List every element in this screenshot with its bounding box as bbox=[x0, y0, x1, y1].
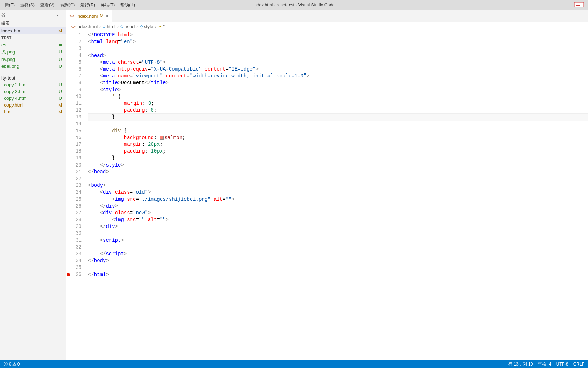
html-file-icon: <> bbox=[69, 14, 74, 19]
file-name: : copy 3.html bbox=[1, 89, 28, 94]
file-name: : copy 4.html bbox=[1, 96, 28, 101]
menubar: 辑(E) 选择(S) 查看(V) 转到(G) 运行(R) 终端(T) 帮助(H) bbox=[0, 1, 138, 10]
tab-index-html[interactable]: <> index.html M × bbox=[66, 10, 112, 22]
breadcrumb[interactable]: html bbox=[106, 24, 115, 29]
file-name: :.html bbox=[1, 109, 13, 114]
file-item[interactable]: ebei.png U bbox=[0, 63, 66, 70]
file-badge: U bbox=[59, 64, 62, 69]
warning-icon: ⚠ bbox=[12, 362, 16, 367]
folder-label[interactable]: TEST bbox=[0, 34, 66, 41]
encoding[interactable]: UTF-8 bbox=[556, 362, 568, 367]
menu-select[interactable]: 选择(S) bbox=[17, 1, 37, 10]
svg-rect-2 bbox=[576, 5, 580, 6]
file-item[interactable]: 戈.png U bbox=[0, 48, 66, 56]
breadcrumb[interactable]: head bbox=[124, 24, 135, 29]
tab-label: index.html bbox=[77, 14, 98, 19]
file-item[interactable]: :.html M bbox=[0, 108, 66, 115]
breadcrumb[interactable]: index.html bbox=[77, 24, 98, 29]
more-icon[interactable]: ··· bbox=[57, 12, 62, 18]
titlebar: 辑(E) 选择(S) 查看(V) 转到(G) 运行(R) 终端(T) 帮助(H)… bbox=[0, 0, 588, 10]
status-problems[interactable]: ⓧ0 ⚠0 bbox=[4, 361, 20, 367]
breadcrumbs[interactable]: <> index.html › ◇ html › ◇ head › ◇ styl… bbox=[66, 22, 588, 31]
tag-icon: ◇ bbox=[120, 24, 123, 29]
title-indicator bbox=[574, 2, 584, 8]
file-name: ebei.png bbox=[1, 63, 19, 69]
modified-dot bbox=[59, 44, 62, 46]
window-title: index.html - react-test - Visual Studio … bbox=[254, 2, 335, 7]
eol[interactable]: CRLF bbox=[573, 362, 584, 367]
error-icon: ⓧ bbox=[4, 361, 8, 367]
menu-edit[interactable]: 辑(E) bbox=[2, 1, 17, 10]
open-editor-item[interactable]: index.html M bbox=[0, 27, 66, 34]
file-name: : copy 2.html bbox=[1, 82, 28, 87]
tab-badge: M bbox=[100, 14, 103, 19]
file-item[interactable]: : copy 2.html U bbox=[0, 81, 66, 88]
file-name: nv.png bbox=[1, 57, 15, 62]
file-name: : copy.html bbox=[1, 102, 24, 108]
tag-icon: ◇ bbox=[140, 24, 143, 29]
file-item[interactable]: : copy.html M bbox=[0, 102, 66, 108]
symbol-icon: ✦ bbox=[158, 24, 162, 29]
file-badge: M bbox=[58, 103, 62, 108]
sidebar: 器 ··· 辑器 index.html M TEST es 戈.png U nv… bbox=[0, 10, 66, 360]
sidebar-header: 器 bbox=[1, 12, 5, 18]
html-file-icon: <> bbox=[71, 25, 76, 29]
folder-item[interactable]: ity-test bbox=[0, 75, 66, 81]
file-name: es bbox=[1, 42, 6, 47]
open-editors-label: 辑器 bbox=[0, 19, 66, 27]
cursor-position[interactable]: 行 13，列 10 bbox=[508, 361, 533, 367]
svg-rect-1 bbox=[576, 4, 578, 4]
file-item[interactable]: : copy 4.html U bbox=[0, 95, 66, 102]
breadcrumb[interactable]: * bbox=[163, 24, 165, 29]
tabs-bar: <> index.html M × bbox=[66, 10, 588, 22]
file-badge: U bbox=[59, 82, 62, 87]
menu-go[interactable]: 转到(G) bbox=[57, 1, 78, 10]
error-count: 0 bbox=[9, 362, 11, 367]
file-item[interactable]: : copy 3.html U bbox=[0, 88, 66, 95]
editor-area: <> index.html M × <> index.html › ◇ html… bbox=[66, 10, 588, 360]
menu-help[interactable]: 帮助(H) bbox=[118, 1, 138, 10]
indentation[interactable]: 空格: 4 bbox=[538, 361, 551, 367]
file-badge: U bbox=[59, 50, 62, 55]
file-badge: U bbox=[59, 96, 62, 101]
file-name: 戈.png bbox=[1, 49, 15, 55]
folder-name: ity-test bbox=[1, 75, 15, 81]
tag-icon: ◇ bbox=[103, 24, 105, 29]
statusbar: ⓧ0 ⚠0 行 13，列 10 空格: 4 UTF-8 CRLF bbox=[0, 360, 588, 368]
menu-run[interactable]: 运行(R) bbox=[78, 1, 98, 10]
file-badge: M bbox=[58, 109, 62, 114]
file-item[interactable]: nv.png U bbox=[0, 56, 66, 63]
code-editor[interactable]: 1234567891011121314151617181920212223242… bbox=[66, 31, 588, 360]
file-badge: M bbox=[58, 29, 62, 34]
menu-view[interactable]: 查看(V) bbox=[37, 1, 57, 10]
file-badge: U bbox=[59, 57, 62, 62]
file-item[interactable]: es bbox=[0, 41, 66, 48]
breadcrumb[interactable]: style bbox=[144, 24, 153, 29]
file-name: index.html bbox=[1, 28, 22, 34]
warning-count: 0 bbox=[17, 362, 20, 367]
close-icon[interactable]: × bbox=[105, 13, 108, 19]
file-badge: U bbox=[59, 89, 62, 94]
menu-terminal[interactable]: 终端(T) bbox=[98, 1, 118, 10]
